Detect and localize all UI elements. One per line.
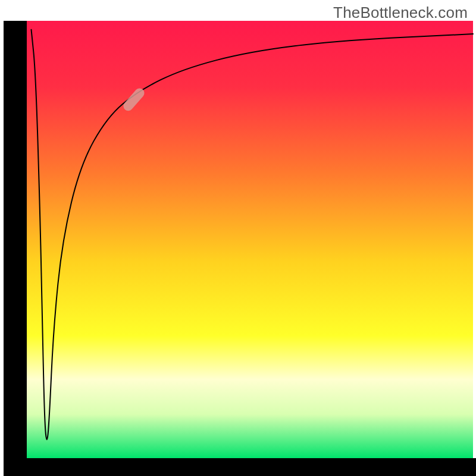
watermark-text: TheBottleneck.com — [333, 4, 468, 22]
plot-background — [27, 21, 473, 458]
x-axis — [4, 458, 476, 476]
chart-frame: TheBottleneck.com — [0, 0, 476, 476]
y-axis — [4, 21, 27, 476]
bottleneck-chart — [0, 0, 476, 476]
